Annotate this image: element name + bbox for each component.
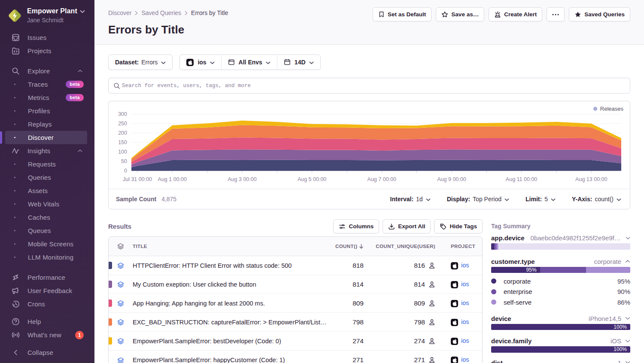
- svg-text:200: 200: [118, 130, 127, 136]
- svg-text:Aug 5 00:00: Aug 5 00:00: [298, 176, 326, 182]
- svg-text:250: 250: [118, 121, 127, 127]
- svg-text:Aug 1 00:00: Aug 1 00:00: [158, 176, 187, 182]
- svg-text:Aug 7 00:00: Aug 7 00:00: [368, 176, 396, 182]
- svg-text:Aug 3 00:00: Aug 3 00:00: [228, 176, 256, 182]
- svg-text:300: 300: [118, 111, 127, 117]
- svg-text:0: 0: [124, 168, 127, 174]
- svg-text:Aug 13 00:00: Aug 13 00:00: [575, 176, 607, 182]
- svg-text:150: 150: [118, 139, 127, 145]
- svg-text:Aug 9 00:00: Aug 9 00:00: [437, 176, 466, 182]
- svg-text:50: 50: [121, 158, 127, 164]
- svg-text:Jul 31 00:00: Jul 31 00:00: [123, 176, 152, 182]
- svg-text:Aug 11 00:00: Aug 11 00:00: [506, 176, 537, 182]
- svg-text:100: 100: [118, 149, 127, 155]
